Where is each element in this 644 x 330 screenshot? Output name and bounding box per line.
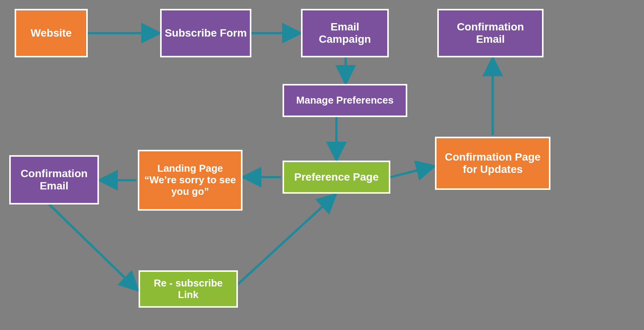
arrow-preference_page-to-confirm_page_updates xyxy=(390,166,433,177)
node-label: Confirmation Page for Updates xyxy=(439,151,547,176)
node-label: Manage Preferences xyxy=(296,95,394,106)
node-landing-page: Landing Page “We’re sorry to see you go” xyxy=(138,150,243,211)
node-resubscribe-link: Re - subscribe Link xyxy=(139,270,238,308)
node-label: Website xyxy=(31,27,72,39)
node-preference-page: Preference Page xyxy=(283,161,390,194)
node-label: Re - subscribe Link xyxy=(142,278,234,301)
node-confirmation-email-top: Confirmation Email xyxy=(437,9,544,57)
node-label: Confirmation Email xyxy=(13,168,95,192)
node-email-campaign: Email Campaign xyxy=(301,9,389,57)
node-confirm-page-updates: Confirmation Page for Updates xyxy=(435,137,550,190)
node-label: Subscribe Form xyxy=(165,27,247,39)
node-manage-preferences: Manage Preferences xyxy=(283,84,407,117)
node-subscribe-form: Subscribe Form xyxy=(160,9,251,57)
node-website: Website xyxy=(15,9,88,57)
arrow-confirm_email_left-to-resubscribe_link xyxy=(49,204,137,290)
node-confirmation-email-left: Confirmation Email xyxy=(9,155,99,204)
node-label: Preference Page xyxy=(294,171,378,183)
node-label: Email Campaign xyxy=(305,21,385,45)
diagram-canvas: Website Subscribe Form Email Campaign Co… xyxy=(0,0,644,330)
arrow-resubscribe_link-to-preference_page xyxy=(238,195,335,284)
node-label: Landing Page “We’re sorry to see you go” xyxy=(142,163,239,198)
node-label: Confirmation Email xyxy=(441,21,540,45)
